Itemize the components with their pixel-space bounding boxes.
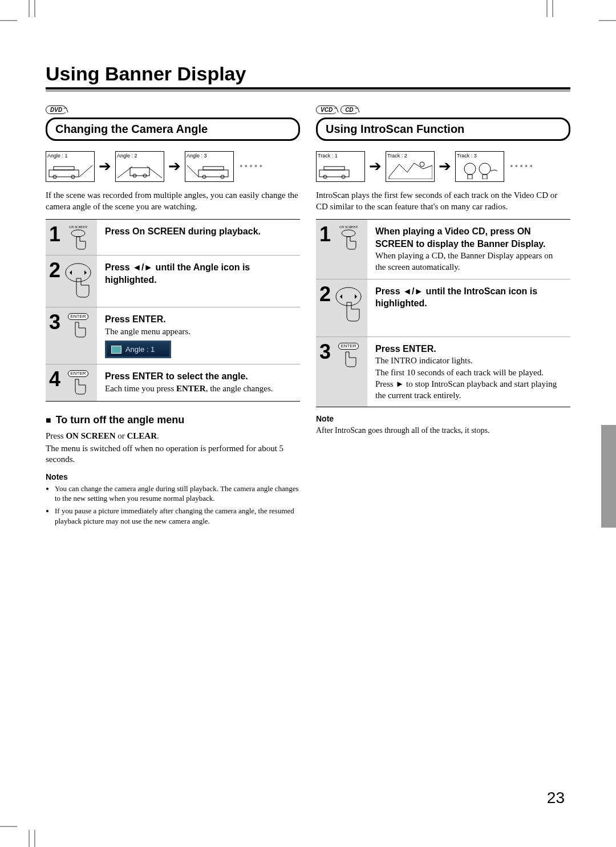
svg-rect-3 — [54, 167, 74, 170]
dpad-icon — [334, 285, 363, 325]
svg-line-4 — [79, 165, 92, 177]
svg-rect-13 — [203, 167, 224, 170]
dpad-icon — [64, 261, 92, 301]
svg-rect-22 — [324, 167, 345, 170]
note-right: After IntroScan goes through all of the … — [316, 425, 570, 436]
button-press-icon — [68, 377, 88, 396]
steps-left: 1 ON SCREEN Press On SCREEN during playb… — [46, 219, 300, 402]
left-column: DVD Changing the Camera Angle Angle : 1 … — [46, 104, 300, 528]
ellipsis: ••••• — [237, 161, 264, 172]
steps-right: 1 ON SCREEN When playing a Video CD, pre… — [316, 219, 570, 407]
page-title: Using Banner Display — [46, 63, 570, 85]
svg-point-26 — [342, 230, 355, 237]
page-number: 23 — [547, 789, 565, 807]
svg-point-25 — [479, 163, 491, 175]
section-title-left: Changing the Camera Angle — [46, 117, 300, 141]
svg-point-23 — [420, 162, 424, 167]
sub-heading-turnoff: To turn off the angle menu — [46, 414, 300, 426]
intro-right: IntroScan plays the first few seconds of… — [316, 190, 570, 212]
disc-badge-vcd: VCD — [316, 106, 337, 114]
notes-heading-left: Notes — [46, 472, 300, 481]
arrow-icon: ➔ — [99, 159, 111, 174]
svg-marker-17 — [70, 270, 72, 275]
svg-marker-18 — [84, 270, 87, 275]
svg-point-16 — [66, 264, 91, 282]
right-column: VCD CD Using IntroScan Function Track : … — [316, 104, 570, 528]
svg-marker-28 — [340, 294, 342, 299]
filmstrip-left: Angle : 1 ➔ Angle : 2 ➔ Angle : 3 ••••• — [46, 151, 300, 182]
button-press-icon — [68, 229, 88, 250]
svg-line-14 — [187, 165, 198, 177]
button-press-icon — [339, 350, 358, 369]
osc-display: Angle : 1 — [105, 341, 171, 359]
button-press-icon — [339, 229, 358, 250]
disc-badge-dvd: DVD — [46, 106, 67, 114]
svg-point-15 — [71, 230, 85, 237]
section-title-right: Using IntroScan Function — [316, 117, 570, 141]
notes-list-left: You can change the camera angle during s… — [46, 484, 300, 526]
intro-left: If the scene was recorded from multiple … — [46, 190, 300, 212]
svg-point-24 — [464, 163, 476, 175]
button-press-icon — [68, 320, 88, 339]
filmstrip-right: Track : 1 ➔ Track : 2 ➔ Track : 3 ••••• — [316, 151, 570, 182]
svg-rect-5 — [130, 168, 149, 176]
svg-marker-29 — [355, 294, 357, 299]
notes-heading-right: Note — [316, 414, 570, 423]
arrow-icon: ➔ — [168, 159, 181, 174]
svg-point-27 — [336, 287, 361, 306]
disc-badge-cd: CD — [341, 106, 358, 114]
